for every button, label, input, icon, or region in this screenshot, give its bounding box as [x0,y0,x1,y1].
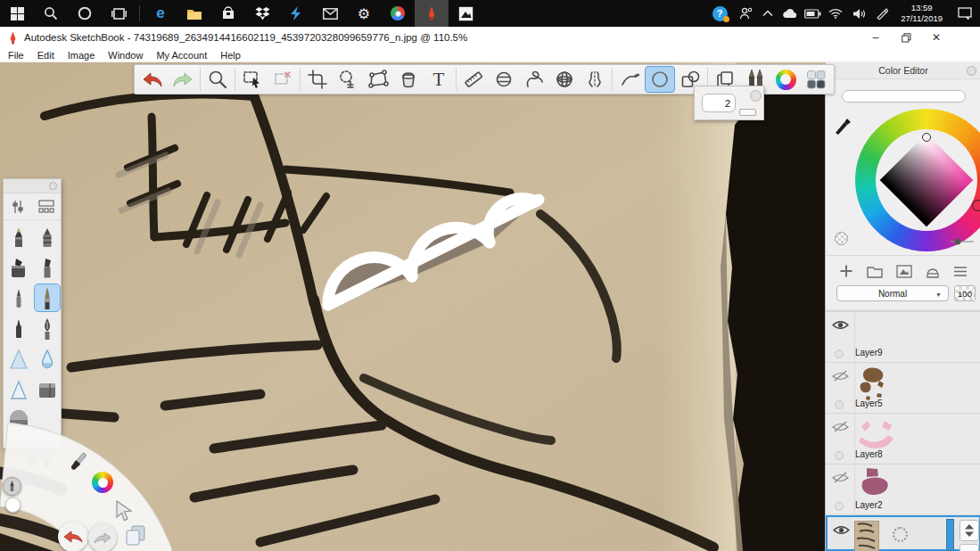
photos-icon[interactable] [449,0,482,27]
file-explorer-icon[interactable] [177,0,211,27]
menu-window[interactable]: Window [108,50,143,61]
hidden-eye-icon[interactable] [832,370,849,382]
onedrive-icon[interactable] [778,0,801,27]
crop-tool[interactable] [302,66,333,93]
hidden-eye-icon[interactable] [832,421,849,433]
color-editor-toggle[interactable] [770,66,801,93]
people-tray-icon[interactable] [733,0,758,27]
layer-row-layer8[interactable]: Layer8 [826,414,980,465]
settings-gear-icon[interactable]: ⚙ [347,0,381,27]
transform-tool[interactable] [363,66,393,93]
menu-file[interactable]: File [8,50,24,61]
dropbox-icon[interactable] [245,0,279,27]
lightning-icon[interactable] [279,0,313,27]
help-tray-icon[interactable]: ? [706,0,733,27]
text-tool[interactable]: T [424,66,454,93]
brush-pencil[interactable] [5,224,32,252]
cortana-icon[interactable] [68,0,102,27]
mail-icon[interactable] [313,0,347,27]
brush-airbrush-pen[interactable] [34,224,61,252]
menu-my-account[interactable]: My Account [156,50,207,61]
lagoon-undo-button[interactable] [58,522,88,551]
brush-ink-nib[interactable] [34,315,61,343]
copic-library-toggle[interactable] [801,66,831,93]
layer-row-layer5[interactable]: Layer5 [826,363,980,414]
perspective-tool[interactable] [549,66,580,93]
layers-menu-icon[interactable] [953,266,968,277]
fill-tool[interactable] [393,66,424,93]
brush-sets-icon[interactable] [38,200,54,214]
lasso-move-tool[interactable] [333,66,363,93]
brush-water-blend[interactable] [34,345,61,374]
layers-scrollbar[interactable] [946,519,954,551]
clock[interactable]: 13:59 27/11/2019 [894,3,950,24]
minimize-button[interactable]: – [861,28,891,47]
brush-paintbrush[interactable] [34,284,61,312]
edge-icon[interactable]: e [144,0,177,27]
saturation-selector[interactable] [922,133,931,142]
sketchbook-taskbar-icon[interactable] [415,0,449,27]
lagoon[interactable] [0,419,241,551]
action-center-icon[interactable] [950,0,980,27]
layer-row-background[interactable] [826,515,980,551]
size-knob[interactable] [750,90,762,102]
redo-button[interactable] [168,66,198,93]
visible-eye-icon[interactable] [832,319,849,331]
ruler-tool[interactable] [458,66,489,93]
layer-lock-dot[interactable] [835,400,844,409]
layer-lock-dot[interactable] [835,350,844,358]
add-layer-icon[interactable] [839,264,853,278]
hidden-eye-icon[interactable] [832,472,849,484]
lagoon-redo-button[interactable] [88,523,117,551]
chrome-icon[interactable] [381,0,415,27]
battery-icon[interactable] [801,0,824,27]
select-tool[interactable] [237,66,268,93]
layer-row-layer9[interactable]: Layer9 [826,312,980,363]
menu-edit[interactable]: Edit [37,50,54,61]
restore-button[interactable] [891,28,921,47]
ellipse-guide-tool[interactable] [489,66,519,93]
brush-ballpoint[interactable] [5,284,32,313]
brush-marker[interactable] [5,254,32,283]
french-curve-tool[interactable] [519,66,549,93]
brush-hard-eraser[interactable] [34,375,61,404]
close-button[interactable]: ✕ [921,28,951,47]
brush-flat[interactable] [34,254,61,283]
size-value-field[interactable]: 2 [702,94,736,112]
layer-row-layer2[interactable]: Layer2 [826,465,980,515]
layer-folder-icon[interactable] [867,265,883,278]
hue-selector[interactable] [972,200,980,211]
start-button-icon[interactable] [0,0,34,27]
volume-icon[interactable] [847,0,870,27]
layer-lock-dot[interactable] [835,502,844,511]
wifi-icon[interactable] [824,0,847,27]
lagoon-color-icon[interactable] [92,472,113,493]
color-swatch-field[interactable] [842,90,966,103]
blend-mode-dropdown[interactable]: Normal ▼ [836,285,949,301]
search-icon[interactable] [34,0,68,27]
task-view-icon[interactable] [102,0,136,27]
lagoon-layers-icon[interactable] [123,522,148,547]
zoom-tool[interactable] [202,66,233,93]
visible-eye-icon[interactable] [833,524,850,536]
lagoon-brush-icon[interactable] [64,449,91,476]
eyedropper-icon[interactable] [833,114,852,136]
tray-chevron-icon[interactable] [758,0,778,27]
store-icon[interactable] [211,0,245,27]
menu-help[interactable]: Help [220,50,241,61]
menu-image[interactable]: Image [68,50,95,61]
color-puck[interactable] [5,498,21,513]
symmetry-tool[interactable] [580,66,610,93]
brush-palette-header[interactable] [4,179,61,193]
layer-reorder-button[interactable] [959,520,979,541]
brush-palette-collapse-button[interactable] [49,182,57,190]
predictive-stroke-tool[interactable] [614,66,645,93]
wheel-size-slider[interactable] [951,237,974,246]
layer-opacity-field[interactable]: 100 [954,285,976,301]
deselect-tool[interactable] [268,66,298,93]
import-image-icon[interactable] [896,265,912,278]
layer-lock-dot[interactable] [835,451,844,460]
brush-puck[interactable] [3,477,21,496]
undo-button[interactable] [137,66,168,93]
transparent-color-button[interactable] [835,232,848,245]
